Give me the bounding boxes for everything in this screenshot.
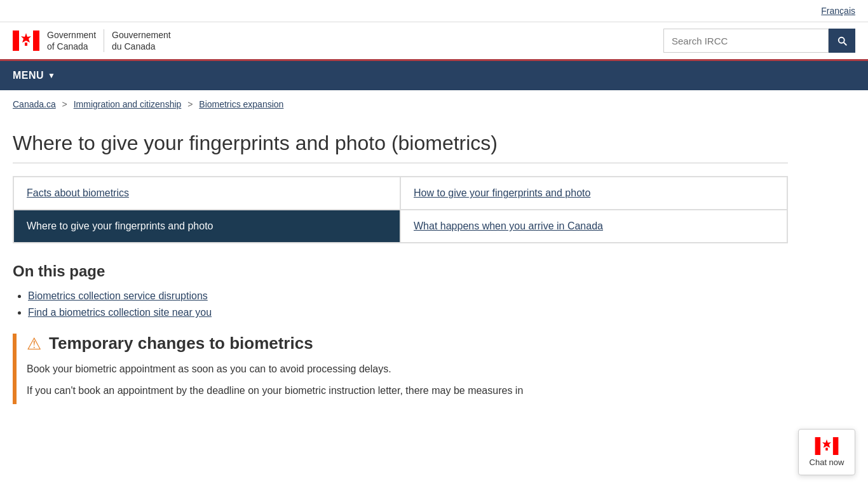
- warning-title: Temporary changes to biometrics: [49, 334, 313, 353]
- nav-card-arrive[interactable]: What happens when you arrive in Canada: [400, 210, 787, 243]
- chevron-down-icon: ▼: [48, 71, 55, 80]
- gov-logo: Government of Canada Gouvernement du Can…: [13, 29, 171, 52]
- on-this-page-heading: On this page: [13, 262, 788, 280]
- list-item-disruptions: Biometrics collection service disruption…: [28, 290, 788, 302]
- warning-content: ⚠ Temporary changes to biometrics Book y…: [27, 334, 788, 403]
- search-box: [663, 29, 855, 53]
- menu-button[interactable]: MENU ▼: [13, 61, 66, 90]
- search-button[interactable]: [829, 29, 855, 53]
- name-divider: [104, 29, 104, 52]
- list-item-find-site: Find a biometrics collection site near y…: [28, 307, 788, 318]
- disruptions-link[interactable]: Biometrics collection service disruption…: [28, 290, 208, 301]
- warning-text-2: If you can't book an appointment by the …: [27, 383, 788, 399]
- nav-card-where[interactable]: Where to give your fingerprints and phot…: [13, 210, 400, 243]
- svg-rect-1: [33, 30, 39, 51]
- nav-card-how[interactable]: How to give your fingerprints and photo: [400, 177, 787, 210]
- breadcrumb: Canada.ca > Immigration and citizenship …: [0, 90, 868, 118]
- warning-header: ⚠ Temporary changes to biometrics: [27, 334, 788, 353]
- breadcrumb-immigration[interactable]: Immigration and citizenship: [74, 99, 182, 109]
- breadcrumb-canada[interactable]: Canada.ca: [13, 99, 56, 109]
- menu-label: MENU: [13, 70, 44, 81]
- chat-widget[interactable]: Chat now: [798, 429, 855, 430]
- on-this-page-list: Biometrics collection service disruption…: [13, 290, 788, 318]
- top-bar: Français: [0, 0, 868, 22]
- canada-flag-icon: [13, 30, 39, 51]
- find-site-link[interactable]: Find a biometrics collection site near y…: [28, 307, 212, 318]
- warning-text-1: Book your biometric appointment as soon …: [27, 361, 788, 377]
- nav-card-facts[interactable]: Facts about biometrics: [13, 177, 400, 210]
- search-input[interactable]: [663, 29, 829, 53]
- breadcrumb-separator-2: >: [187, 99, 193, 109]
- nav-cards: Facts about biometrics How to give your …: [13, 176, 788, 243]
- warning-section: ⚠ Temporary changes to biometrics Book y…: [13, 334, 788, 403]
- breadcrumb-biometrics[interactable]: Biometrics expansion: [199, 99, 283, 109]
- nav-card-arrive-link[interactable]: What happens when you arrive in Canada: [414, 220, 603, 231]
- gov-name: Government of Canada Gouvernement du Can…: [47, 29, 171, 52]
- lang-switch-link[interactable]: Français: [821, 6, 855, 16]
- nav-card-where-label: Where to give your fingerprints and phot…: [27, 220, 214, 231]
- site-header: Government of Canada Gouvernement du Can…: [0, 22, 868, 61]
- nav-card-facts-link[interactable]: Facts about biometrics: [27, 187, 129, 198]
- main-content: Where to give your fingerprints and phot…: [0, 118, 801, 430]
- warning-triangle-icon: ⚠: [27, 336, 41, 352]
- svg-rect-3: [25, 43, 27, 46]
- gov-name-french: Gouvernement du Canada: [112, 29, 171, 52]
- page-title: Where to give your fingerprints and phot…: [13, 131, 788, 155]
- warning-left-bar: [13, 334, 17, 403]
- search-icon: [836, 35, 848, 46]
- svg-rect-0: [13, 30, 19, 51]
- title-divider: [13, 163, 788, 163]
- nav-card-how-link[interactable]: How to give your fingerprints and photo: [414, 187, 590, 198]
- main-nav: MENU ▼: [0, 61, 868, 90]
- breadcrumb-separator-1: >: [62, 99, 67, 109]
- gov-name-english: Government of Canada: [47, 29, 96, 52]
